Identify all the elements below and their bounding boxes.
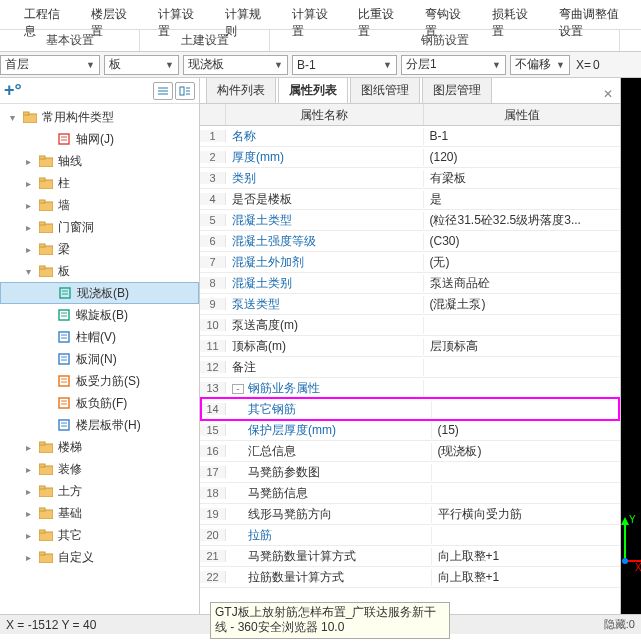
- ribbon-tab[interactable]: 楼层设置: [77, 0, 144, 29]
- panel-tab[interactable]: 属性列表: [278, 77, 348, 103]
- property-row[interactable]: 17马凳筋参数图: [200, 462, 620, 483]
- ribbon-tab[interactable]: 工程信息: [10, 0, 77, 29]
- offset-combo[interactable]: 不偏移▼: [510, 55, 570, 75]
- category-combo[interactable]: 板▼: [104, 55, 179, 75]
- tree-label: 板受力筋(S): [76, 373, 140, 390]
- tree-folder[interactable]: ▸基础: [0, 502, 199, 524]
- tree-root[interactable]: ▾常用构件类型: [0, 106, 199, 128]
- tree-leaf[interactable]: 板负筋(F): [0, 392, 199, 414]
- panel-tab[interactable]: 构件列表: [206, 77, 276, 103]
- tree-folder[interactable]: ▸门窗洞: [0, 216, 199, 238]
- component-tree[interactable]: ▾常用构件类型轴网(J)▸轴线▸柱▸墙▸门窗洞▸梁▾板现浇板(B)螺旋板(B)柱…: [0, 104, 199, 614]
- type-combo[interactable]: 现浇板▼: [183, 55, 288, 75]
- item-icon: [56, 132, 72, 146]
- tree-leaf[interactable]: 板受力筋(S): [0, 370, 199, 392]
- property-row[interactable]: 5混凝土类型(粒径31.5砼32.5级坍落度3...: [200, 210, 620, 231]
- property-row[interactable]: 12备注: [200, 357, 620, 378]
- tree-folder[interactable]: ▸墙: [0, 194, 199, 216]
- property-value[interactable]: 向上取整+1: [432, 548, 621, 565]
- tree-leaf[interactable]: 轴网(J): [0, 128, 199, 150]
- property-name: 混凝土类别: [226, 275, 424, 292]
- property-value[interactable]: 层顶标高: [424, 338, 621, 355]
- property-value[interactable]: (现浇板): [432, 443, 621, 460]
- property-row[interactable]: 18马凳筋信息: [200, 483, 620, 504]
- list-view-button[interactable]: [153, 82, 173, 100]
- tree-leaf[interactable]: 螺旋板(B): [0, 304, 199, 326]
- ribbon-tab[interactable]: 计算设置: [144, 0, 211, 29]
- properties-grid[interactable]: 1名称B-12厚度(mm)(120)3类别有梁板4是否是楼板是5混凝土类型(粒径…: [200, 126, 620, 614]
- property-name: 泵送高度(m): [226, 317, 424, 334]
- property-value[interactable]: (无): [424, 254, 621, 271]
- property-row[interactable]: 2厚度(mm)(120): [200, 147, 620, 168]
- folder-icon: [38, 528, 54, 542]
- tree-folder[interactable]: ▸轴线: [0, 150, 199, 172]
- property-value[interactable]: 平行横向受力筋: [432, 506, 621, 523]
- property-row[interactable]: 4是否是楼板是: [200, 189, 620, 210]
- property-row[interactable]: 15保护层厚度(mm)(15): [200, 420, 620, 441]
- ribbon-tab[interactable]: 比重设置: [344, 0, 411, 29]
- tree-folder[interactable]: ▸自定义: [0, 546, 199, 568]
- svg-rect-50: [39, 486, 45, 489]
- row-number: 14: [200, 403, 226, 415]
- property-row[interactable]: 3类别有梁板: [200, 168, 620, 189]
- secondary-toolbar: 首层▼ 板▼ 现浇板▼ B-1▼ 分层1▼ 不偏移▼ X= 0: [0, 52, 641, 78]
- property-value[interactable]: 有梁板: [424, 170, 621, 187]
- ribbon-tab[interactable]: 计算规则: [211, 0, 278, 29]
- tree-folder[interactable]: ▸土方: [0, 480, 199, 502]
- row-number: 21: [200, 550, 226, 562]
- tree-label: 柱帽(V): [76, 329, 116, 346]
- property-row[interactable]: 19线形马凳筋方向平行横向受力筋: [200, 504, 620, 525]
- property-value[interactable]: (混凝土泵): [424, 296, 621, 313]
- tree-leaf[interactable]: 柱帽(V): [0, 326, 199, 348]
- layer-combo[interactable]: 分层1▼: [401, 55, 506, 75]
- property-row[interactable]: 9泵送类型(混凝土泵): [200, 294, 620, 315]
- tree-leaf[interactable]: 楼层板带(H): [0, 414, 199, 436]
- tree-folder[interactable]: ▸楼梯: [0, 436, 199, 458]
- property-value[interactable]: (15): [432, 423, 621, 437]
- row-number: 2: [200, 151, 226, 163]
- property-row[interactable]: 8混凝土类别泵送商品砼: [200, 273, 620, 294]
- property-name: 顶标高(m): [226, 338, 424, 355]
- tree-leaf[interactable]: 现浇板(B): [0, 282, 199, 304]
- property-row[interactable]: 14其它钢筋: [200, 399, 620, 420]
- property-name: 名称: [226, 128, 424, 145]
- property-row[interactable]: 11顶标高(m)层顶标高: [200, 336, 620, 357]
- property-row[interactable]: 10泵送高度(m): [200, 315, 620, 336]
- collapse-toggle[interactable]: -: [232, 384, 244, 394]
- property-row[interactable]: 1名称B-1: [200, 126, 620, 147]
- property-row[interactable]: 13-钢筋业务属性: [200, 378, 620, 399]
- property-row[interactable]: 22拉筋数量计算方式向上取整+1: [200, 567, 620, 588]
- svg-rect-54: [39, 530, 45, 533]
- panel-tab[interactable]: 图层管理: [422, 77, 492, 103]
- floor-combo[interactable]: 首层▼: [0, 55, 100, 75]
- property-row[interactable]: 21马凳筋数量计算方式向上取整+1: [200, 546, 620, 567]
- header-value: 属性值: [424, 104, 621, 125]
- tree-folder[interactable]: ▸梁: [0, 238, 199, 260]
- property-value[interactable]: 泵送商品砼: [424, 275, 621, 292]
- code-combo[interactable]: B-1▼: [292, 55, 397, 75]
- property-row[interactable]: 7混凝土外加剂(无): [200, 252, 620, 273]
- property-row[interactable]: 16汇总信息(现浇板): [200, 441, 620, 462]
- property-value[interactable]: 向上取整+1: [432, 569, 621, 586]
- tree-folder[interactable]: ▸柱: [0, 172, 199, 194]
- add-item-button[interactable]: +°: [4, 80, 22, 101]
- tree-leaf[interactable]: 板洞(N): [0, 348, 199, 370]
- property-value[interactable]: (C30): [424, 234, 621, 248]
- ribbon-tab[interactable]: 计算设置: [278, 0, 345, 29]
- ribbon-tab[interactable]: 损耗设置: [478, 0, 545, 29]
- property-row[interactable]: 20拉筋: [200, 525, 620, 546]
- tree-folder[interactable]: ▸其它: [0, 524, 199, 546]
- item-icon: [56, 308, 72, 322]
- ribbon-tab[interactable]: 弯曲调整值设置: [545, 0, 641, 29]
- property-value[interactable]: (粒径31.5砼32.5级坍落度3...: [424, 212, 621, 229]
- property-value[interactable]: (120): [424, 150, 621, 164]
- ribbon-tab[interactable]: 弯钩设置: [411, 0, 478, 29]
- tree-folder[interactable]: ▾板: [0, 260, 199, 282]
- property-value[interactable]: B-1: [424, 129, 621, 143]
- detail-view-button[interactable]: [175, 82, 195, 100]
- close-panel-button[interactable]: ✕: [600, 87, 616, 103]
- property-row[interactable]: 6混凝土强度等级(C30): [200, 231, 620, 252]
- tree-folder[interactable]: ▸装修: [0, 458, 199, 480]
- panel-tab[interactable]: 图纸管理: [350, 77, 420, 103]
- property-value[interactable]: 是: [424, 191, 621, 208]
